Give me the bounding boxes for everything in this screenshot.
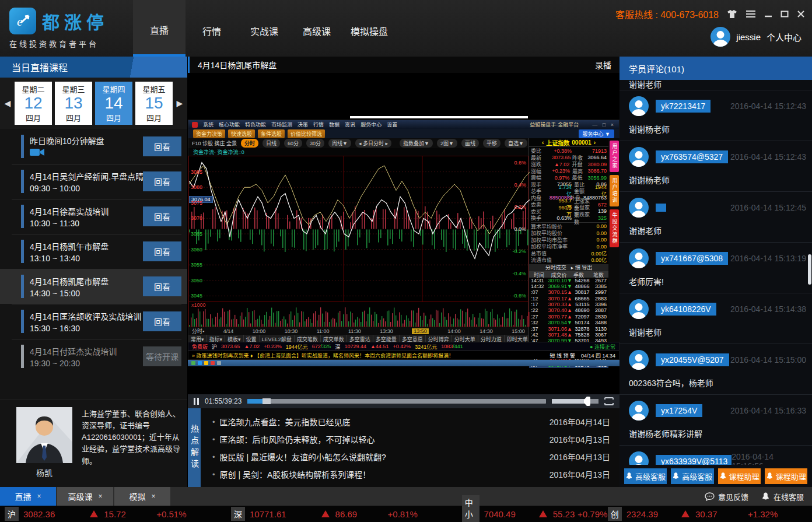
date-next-arrow[interactable]: ▶ — [176, 99, 184, 108]
course-item[interactable]: 4月14日吴剑产经新闻.早盘点睛 09:30 ~ 10:00 回看 — [0, 164, 187, 199]
desktop-taskbar — [188, 360, 620, 366]
nav-item[interactable]: 行情 — [186, 0, 238, 57]
comments-sidebar: 学员评论(101) 谢谢老师 yk72213417 2016-04-14 15:… — [620, 57, 812, 487]
replay-button[interactable]: 回看 — [143, 136, 181, 156]
nav-item[interactable]: 模拟操盘 — [343, 0, 396, 57]
course-item[interactable]: 4月14日杨凯午市解盘 13:10 ~ 13:40 回看 — [0, 234, 187, 269]
video-frame[interactable]: 系统核心功能特色功能市场监测决策行情数据资讯服务中心设置 益盟操盘手·金融平台 … — [188, 73, 620, 394]
user-avatar[interactable] — [710, 27, 730, 47]
intraday-chart: 3076.04 30853080307530703065306030553050… — [188, 156, 528, 302]
course-item[interactable]: 4月14日徐磊实战培训 10:30 ~ 11:30 回看 — [0, 199, 187, 234]
volume-slider[interactable] — [552, 399, 598, 404]
close-icon[interactable] — [797, 10, 805, 17]
news-item[interactable]: • 原创 | 吴剑：A股板块结构解析系列课程！ 2016年04月13日 — [212, 465, 610, 483]
commenter-username: yx741667@5308 — [656, 252, 728, 265]
commenter-avatar — [629, 198, 649, 218]
comment-text: 老师厉害! — [629, 275, 806, 287]
commenter-username: yx17254V — [656, 404, 702, 417]
progress-handle[interactable] — [262, 398, 271, 404]
course-item[interactable]: 4月14日匡洺颉收评及实战培训 15:30 ~ 16:30 回看 — [0, 304, 187, 339]
tab-close-icon[interactable]: × — [151, 492, 155, 500]
nav-item[interactable]: 直播 — [133, 0, 186, 57]
online-service-link[interactable]: 在线客服 — [761, 491, 804, 502]
service-qq-button[interactable]: 高级客服 — [624, 468, 667, 484]
hot-news-panel: 热点解读 • 匡洺颉九点看盘：美元指数已经见底 2016年04月14日 • 匡洺… — [188, 408, 620, 487]
date-card[interactable]: 星期四 14 四月 — [95, 82, 132, 125]
nav-item[interactable]: 高级课 — [290, 0, 343, 57]
feedback-link[interactable]: 意见反馈 — [705, 491, 748, 502]
pause-button[interactable] — [194, 398, 199, 405]
news-item[interactable]: • 匡洺颉：后市风险仍未释放，不可掉以轻心 2016年04月13日 — [212, 430, 610, 448]
service-qq-button[interactable]: 课程助理 — [765, 468, 807, 484]
commenter-avatar — [629, 96, 649, 116]
commenter-avatar — [629, 451, 649, 465]
bottom-tabbar: 直播 × 高级课 × 模拟 × 意见反馈 在线客服 — [0, 487, 812, 506]
replay-button[interactable]: 回看 — [143, 206, 181, 226]
replay-button[interactable]: 等待开课 — [143, 346, 181, 366]
teacher-photo — [16, 407, 72, 463]
tab-close-icon[interactable]: × — [37, 492, 41, 500]
comment-item: yx763574@5327 2016-04-14 15:12:43 谢谢杨老师 — [620, 141, 812, 192]
bottom-tab[interactable]: 高级课 × — [57, 487, 113, 506]
schedule-title: 当日直播课程 — [0, 57, 187, 78]
replay-button[interactable]: 回看 — [143, 311, 181, 331]
menu-list-icon[interactable] — [746, 10, 756, 18]
comment-item: yk64108226V 2016-04-14 15:14:38 谢谢老师 — [620, 293, 812, 344]
comment-timestamp: 2016-04-14 15:15:00 — [730, 355, 806, 365]
comment-text: 谢谢杨老师 — [629, 123, 806, 135]
comment-text: 谢谢杨老师 — [629, 174, 806, 185]
news-item[interactable]: • 股民版 | 最近爆火！友谊的小船怎么说翻就翻? 2016年04月13日 — [212, 448, 610, 465]
index-ticker: 沪 3082.36 15.72 +0.51% 深 10771.61 86.69 … — [0, 506, 812, 522]
app-window: e 都涨停 在线投资教育者平台 直播 行情 — [0, 0, 812, 522]
comment-timestamp: 2016-04-14 15:12:45 — [730, 203, 806, 212]
fullscreen-button[interactable] — [604, 397, 614, 405]
date-card[interactable]: 星期五 15 四月 — [135, 82, 173, 125]
up-arrow-icon — [539, 510, 547, 517]
comment-timestamp: 2016-04-14 15:12:43 — [730, 101, 806, 111]
brand-logo-icon: e — [9, 8, 36, 34]
minimize-icon[interactable] — [764, 10, 772, 17]
volume-pane: x1000 — [188, 302, 528, 327]
trading-software-screenshot: 系统核心功能特色功能市场监测决策行情数据资讯服务中心设置 益盟操盘手·金融平台 … — [188, 120, 620, 360]
qq-penguin-icon — [761, 492, 770, 501]
comment-timestamp: 2016-04-14 15:14:38 — [730, 304, 806, 314]
replay-button[interactable]: 回看 — [143, 171, 181, 191]
teacher-bio: 上海益学董事、联合创始人、资深导师，证书编号A1220616030001；近十年… — [82, 407, 181, 487]
index-quote: 沪 3082.36 15.72 +0.51% — [5, 507, 231, 521]
service-qq-button[interactable]: 高级客服 — [671, 468, 713, 484]
course-item[interactable]: 昨日晚间10分钟解盘 回看 — [0, 129, 187, 164]
comment-text: 谢谢老师 — [629, 326, 806, 338]
course-item[interactable]: 4月14日杨凯尾市解盘 14:30 ~ 15:00 回看 — [0, 269, 187, 304]
date-prev-arrow[interactable]: ◀ — [4, 99, 12, 108]
maximize-icon[interactable] — [780, 10, 789, 17]
replay-button[interactable]: 回看 — [143, 276, 181, 296]
brand-subtitle: 在线投资教育者平台 — [9, 38, 133, 49]
hot-news-tab[interactable]: 热点解读 — [188, 408, 201, 487]
scrollbar-thumb[interactable] — [808, 254, 811, 285]
theme-shirt-icon[interactable] — [727, 9, 737, 19]
volume-handle[interactable] — [584, 397, 590, 406]
news-item[interactable]: • 匡洺颉九点看盘：美元指数已经见底 2016年04月14日 — [212, 413, 610, 430]
user-center-link[interactable]: 个人中心 — [766, 31, 802, 43]
qq-penguin-icon — [625, 472, 633, 480]
playback-time: 01:55/39:23 — [205, 397, 242, 405]
commenter-avatar — [629, 299, 649, 319]
bottom-tab[interactable]: 模拟 × — [114, 487, 170, 506]
date-card[interactable]: 星期二 12 四月 — [15, 82, 52, 125]
side-vertical-tabs: 用户之家用户培训牛股交流群 — [608, 138, 620, 342]
course-item[interactable]: 4月14日付廷杰实战培训 19:30 ~ 20:30 等待开课 — [0, 339, 187, 374]
nav-item[interactable]: 实战课 — [238, 0, 290, 57]
software-title: 益盟操盘手·金融平台 — [530, 121, 579, 128]
comments-title: 学员评论(101) — [620, 57, 812, 80]
replay-button[interactable]: 回看 — [143, 241, 181, 261]
hotline: 客服热线 : 400-673-6018 — [615, 7, 719, 21]
username: jiessie — [736, 32, 761, 42]
comment-item: yx741667@5308 2016-04-14 15:13:19 老师厉害! — [620, 243, 812, 293]
top-navbar: e 都涨停 在线投资教育者平台 直播 行情 — [0, 0, 812, 57]
date-card[interactable]: 星期三 13 四月 — [55, 82, 92, 125]
bottom-tab[interactable]: 直播 × — [0, 487, 56, 506]
tab-close-icon[interactable]: × — [98, 492, 102, 500]
service-qq-button[interactable]: 课程助理 — [718, 468, 761, 484]
progress-bar[interactable] — [247, 399, 546, 404]
up-arrow-icon — [681, 510, 690, 517]
